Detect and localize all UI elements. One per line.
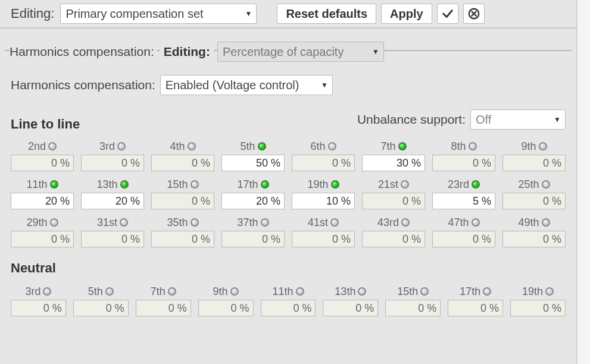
harmonic-value-input[interactable] — [502, 193, 566, 209]
fieldset-editing-label: Editing: — [160, 45, 214, 59]
harmonic-value-input[interactable] — [151, 231, 214, 247]
cancel-button[interactable] — [463, 4, 485, 24]
harmonic-label: 11th — [261, 284, 316, 299]
harmonic-value-input[interactable] — [151, 193, 214, 209]
status-led-icon — [545, 287, 554, 296]
unbalance-support-select[interactable]: Off — [470, 109, 566, 130]
harmonic-value-input[interactable] — [151, 155, 214, 171]
harmonic-value-input[interactable] — [221, 231, 285, 247]
fieldset-title: Harmonics compensation: — [10, 45, 157, 59]
compensation-set-select[interactable]: Primary compensation set — [60, 4, 257, 24]
ltl-harmonic-13th: 13th — [81, 177, 144, 209]
line-to-line-grid: 2nd3rd4th5th6th7th8th9th11th13th15th17th… — [11, 139, 566, 247]
harmonic-value-input[interactable] — [362, 231, 425, 247]
ltl-harmonic-21st: 21st — [362, 177, 425, 209]
harmonic-label: 13th — [323, 284, 378, 299]
harmonic-label: 19th — [510, 284, 566, 299]
status-led-icon — [191, 180, 199, 189]
status-led-icon — [105, 287, 114, 296]
status-led-icon — [168, 287, 176, 296]
topbar: Editing: Primary compensation set Reset … — [0, 0, 576, 29]
harmonic-value-input[interactable] — [432, 231, 495, 247]
harmonic-value-input[interactable] — [136, 300, 191, 316]
harmonic-label: 9th — [502, 139, 566, 153]
ltl-harmonic-19th: 19th — [292, 177, 355, 209]
harmonic-value-input[interactable] — [385, 300, 441, 316]
ltl-harmonic-47th: 47th — [432, 215, 495, 247]
status-led-icon — [261, 180, 269, 189]
harmonic-value-input[interactable] — [323, 300, 378, 316]
harmonics-comp-label: Harmonics compensation: — [11, 78, 155, 92]
harmonic-label: 2nd — [11, 139, 74, 153]
harmonic-value-input[interactable] — [292, 155, 355, 171]
reset-defaults-button[interactable]: Reset defaults — [277, 4, 376, 24]
harmonic-label: 21st — [362, 177, 425, 192]
harmonic-value-input[interactable] — [221, 193, 285, 209]
harmonic-value-input[interactable] — [198, 300, 254, 316]
harmonics-comp-row: Harmonics compensation: Enabled (Voltage… — [11, 75, 566, 95]
harmonic-value-input[interactable] — [81, 231, 144, 247]
harmonic-value-input[interactable] — [362, 155, 425, 171]
harmonic-value-input[interactable] — [292, 193, 355, 209]
neutral-harmonic-3rd: 3rd — [11, 284, 66, 316]
status-led-icon — [50, 218, 58, 227]
status-led-icon — [117, 142, 126, 150]
status-led-icon — [420, 287, 429, 296]
status-led-icon — [230, 287, 239, 296]
harmonics-comp-select[interactable]: Enabled (Voltage control) — [160, 75, 333, 95]
harmonic-value-input[interactable] — [73, 300, 129, 316]
status-led-icon — [542, 180, 550, 189]
harmonic-value-input[interactable] — [432, 155, 495, 171]
harmonic-value-input[interactable] — [448, 300, 503, 316]
unbalance-support-row: Unbalance support: Off — [357, 109, 566, 130]
harmonic-label: 8th — [432, 139, 495, 153]
harmonic-value-input[interactable] — [11, 231, 74, 247]
harmonic-label: 41st — [292, 215, 355, 230]
neutral-grid: 3rd5th7th9th11th13th15th17th19th — [11, 284, 566, 316]
status-led-icon — [469, 142, 477, 150]
harmonic-label: 49th — [502, 215, 566, 230]
harmonic-value-input[interactable] — [292, 231, 355, 247]
harmonic-value-input[interactable] — [432, 193, 495, 209]
harmonic-label: 9th — [198, 284, 254, 299]
harmonic-value-input[interactable] — [221, 155, 285, 171]
harmonic-value-input[interactable] — [362, 193, 425, 209]
confirm-button[interactable] — [437, 4, 458, 24]
status-led-icon — [191, 218, 199, 227]
ltl-harmonic-25th: 25th — [502, 177, 566, 209]
status-led-icon — [331, 180, 339, 189]
status-led-icon — [358, 287, 366, 296]
ltl-harmonic-3rd: 3rd — [81, 139, 144, 171]
harmonic-value-input[interactable] — [502, 155, 566, 171]
harmonic-value-input[interactable] — [510, 300, 566, 316]
close-icon — [467, 7, 480, 20]
neutral-title: Neutral — [11, 261, 566, 276]
apply-button[interactable]: Apply — [381, 4, 432, 24]
harmonic-value-input[interactable] — [11, 155, 74, 171]
status-led-icon — [483, 287, 491, 296]
ltl-harmonic-4th: 4th — [151, 139, 214, 171]
status-led-icon — [401, 218, 410, 227]
harmonic-value-input[interactable] — [81, 155, 144, 171]
harmonic-label: 17th — [448, 284, 503, 299]
unbalance-support-label: Unbalance support: — [357, 112, 466, 127]
ltl-harmonic-15th: 15th — [151, 177, 214, 209]
ltl-harmonic-31st: 31st — [81, 215, 144, 247]
harmonic-value-input[interactable] — [261, 300, 316, 316]
harmonic-label: 17th — [221, 177, 285, 192]
status-led-icon — [188, 142, 196, 150]
harmonic-value-input[interactable] — [11, 193, 74, 209]
status-led-icon — [296, 287, 304, 296]
capacity-mode-select[interactable]: Percentage of capacity — [217, 42, 384, 62]
status-led-icon — [120, 180, 129, 189]
harmonic-label: 5th — [73, 284, 129, 299]
status-led-icon — [398, 142, 407, 150]
harmonic-value-input[interactable] — [11, 300, 66, 316]
harmonic-value-input[interactable] — [81, 193, 144, 209]
harmonics-fieldset: Harmonics compensation: Editing: Percent… — [5, 50, 572, 322]
harmonic-value-input[interactable] — [502, 231, 566, 247]
status-led-icon — [472, 180, 480, 189]
ltl-harmonic-7th: 7th — [362, 139, 425, 171]
ltl-harmonic-29th: 29th — [11, 215, 74, 247]
ltl-harmonic-23rd: 23rd — [432, 177, 495, 209]
